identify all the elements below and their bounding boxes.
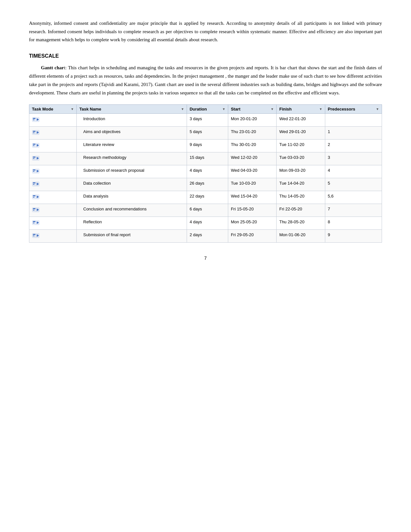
- section-title: TIMESCALE: [29, 53, 382, 59]
- cell-task-name: Data analysis: [77, 191, 187, 204]
- svg-rect-33: [33, 221, 35, 222]
- svg-rect-9: [33, 144, 35, 145]
- sort-icon-duration: ▼: [222, 107, 225, 111]
- table-row: Conclusion and recommendations6 daysFri …: [29, 204, 382, 217]
- cell-finish: Thu 14-05-20: [277, 191, 325, 204]
- intro-paragraph: Anonymity, informed consent and confiden…: [29, 19, 382, 44]
- cell-start: Wed 12-02-20: [228, 152, 277, 165]
- sort-icon-predecessors: ▼: [376, 107, 379, 111]
- task-mode-icon: [32, 155, 40, 161]
- cell-predecessors: [325, 113, 382, 126]
- gantt-table-wrapper: Task Mode ▼ Task Name ▼ Duration ▼: [29, 104, 382, 243]
- col-header-duration[interactable]: Duration ▼: [187, 104, 228, 113]
- cell-finish: Wed 22-01-20: [277, 113, 325, 126]
- sort-icon-task-mode: ▼: [71, 107, 74, 111]
- cell-predecessors: 2: [325, 139, 382, 152]
- cell-task-mode: [29, 165, 77, 178]
- gantt-chart-bold: Gantt char: [41, 65, 64, 70]
- task-mode-icon: [32, 219, 40, 226]
- col-header-task-mode[interactable]: Task Mode ▼: [29, 104, 77, 113]
- cell-start: Tue 10-03-20: [228, 178, 277, 191]
- table-row: Literature review9 daysThu 30-01-20Tue 1…: [29, 139, 382, 152]
- cell-finish: Fri 22-05-20: [277, 204, 325, 217]
- cell-predecessors: 1: [325, 126, 382, 139]
- svg-rect-25: [33, 195, 35, 196]
- table-row: Aims and objectives5 daysThu 23-01-20Wed…: [29, 126, 382, 139]
- cell-start: Thu 23-01-20: [228, 126, 277, 139]
- cell-duration: 9 days: [187, 139, 228, 152]
- svg-rect-21: [33, 182, 35, 183]
- task-mode-icon: [32, 207, 40, 213]
- cell-task-name: Conclusion and recommendations: [77, 204, 187, 217]
- cell-task-mode: [29, 126, 77, 139]
- task-mode-icon: [32, 129, 40, 136]
- svg-rect-13: [33, 157, 35, 158]
- cell-start: Fri 15-05-20: [228, 204, 277, 217]
- svg-rect-17: [33, 169, 35, 170]
- cell-task-mode: [29, 178, 77, 191]
- cell-predecessors: 9: [325, 229, 382, 242]
- section-body: Gantt chart: This chart helps in schedul…: [29, 63, 382, 97]
- table-row: Research methodology15 daysWed 12-02-20T…: [29, 152, 382, 165]
- cell-task-name: Submission of research proposal: [77, 165, 187, 178]
- cell-task-name: Literature review: [77, 139, 187, 152]
- svg-rect-6: [33, 132, 34, 133]
- col-header-predecessors[interactable]: Predecessors ▼: [325, 104, 382, 113]
- cell-task-name: Aims and objectives: [77, 126, 187, 139]
- cell-task-mode: [29, 229, 77, 242]
- cell-predecessors: 3: [325, 152, 382, 165]
- task-mode-icon: [32, 194, 40, 200]
- gantt-table: Task Mode ▼ Task Name ▼ Duration ▼: [29, 104, 382, 243]
- cell-task-mode: [29, 217, 77, 229]
- cell-duration: 15 days: [187, 152, 228, 165]
- svg-rect-34: [33, 223, 34, 223]
- cell-duration: 4 days: [187, 165, 228, 178]
- cell-task-mode: [29, 204, 77, 217]
- cell-task-name: Submission of final report: [77, 229, 187, 242]
- svg-rect-29: [33, 208, 35, 209]
- cell-duration: 5 days: [187, 126, 228, 139]
- svg-rect-26: [33, 197, 34, 198]
- cell-task-mode: [29, 191, 77, 204]
- cell-duration: 4 days: [187, 217, 228, 229]
- svg-rect-18: [33, 171, 34, 172]
- svg-rect-30: [33, 210, 34, 210]
- cell-start: Mon 20-01-20: [228, 113, 277, 126]
- task-mode-icon: [32, 116, 40, 123]
- cell-start: Mon 25-05-20: [228, 217, 277, 229]
- cell-task-name: Research methodology: [77, 152, 187, 165]
- cell-finish: Thu 28-05-20: [277, 217, 325, 229]
- cell-duration: 2 days: [187, 229, 228, 242]
- cell-task-name: Data collection: [77, 178, 187, 191]
- gantt-chart-rest: t: This chart helps in scheduling and ma…: [29, 65, 382, 96]
- cell-task-mode: [29, 139, 77, 152]
- cell-task-mode: [29, 113, 77, 126]
- table-row: Reflection4 daysMon 25-05-20Thu 28-05-20…: [29, 217, 382, 229]
- cell-task-name: Introduction: [77, 113, 187, 126]
- svg-rect-1: [33, 118, 35, 119]
- sort-icon-start: ▼: [271, 107, 274, 111]
- table-row: Data collection26 daysTue 10-03-20Tue 14…: [29, 178, 382, 191]
- col-header-start[interactable]: Start ▼: [228, 104, 277, 113]
- cell-start: Thu 30-01-20: [228, 139, 277, 152]
- col-header-finish[interactable]: Finish ▼: [277, 104, 325, 113]
- cell-predecessors: 7: [325, 204, 382, 217]
- task-mode-icon: [32, 232, 40, 239]
- cell-predecessors: 4: [325, 165, 382, 178]
- cell-duration: 6 days: [187, 204, 228, 217]
- table-row: Submission of research proposal4 daysWed…: [29, 165, 382, 178]
- cell-finish: Wed 29-01-20: [277, 126, 325, 139]
- cell-start: Fri 29-05-20: [228, 229, 277, 242]
- cell-finish: Tue 14-04-20: [277, 178, 325, 191]
- task-mode-icon: [32, 168, 40, 174]
- svg-rect-2: [33, 120, 34, 120]
- timescale-section: TIMESCALE Gantt chart: This chart helps …: [29, 53, 382, 243]
- col-header-task-name[interactable]: Task Name ▼: [77, 104, 187, 113]
- svg-rect-10: [33, 145, 34, 146]
- sort-icon-finish: ▼: [319, 107, 322, 111]
- svg-rect-14: [33, 158, 34, 159]
- table-row: Submission of final report2 daysFri 29-0…: [29, 229, 382, 242]
- svg-rect-22: [33, 184, 34, 185]
- cell-predecessors: 5: [325, 178, 382, 191]
- cell-predecessors: 8: [325, 217, 382, 229]
